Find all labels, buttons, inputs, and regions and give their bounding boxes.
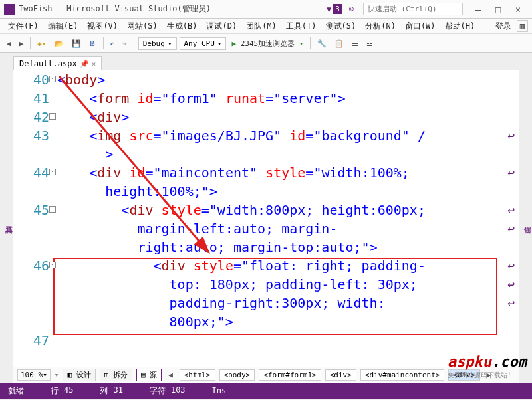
open-icon[interactable]: 📂 (52, 38, 66, 49)
fold-icon[interactable]: - (49, 262, 56, 268)
menu-site[interactable]: 网站(S) (123, 19, 162, 33)
code-text[interactable]: <img src="images/BJ.JPG" id="background"… (57, 126, 519, 145)
undo-icon[interactable]: ↶ (108, 38, 118, 49)
code-text[interactable]: 800px;"> (57, 312, 519, 331)
menu-help[interactable]: 帮助(H) (441, 19, 479, 33)
file-tab[interactable]: Default.aspx 📌 × (13, 56, 102, 70)
feedback-icon[interactable]: ☺ (349, 5, 354, 14)
tool-icon-4[interactable]: ☲ (364, 38, 376, 49)
code-line[interactable]: 45- <div style="width:800px; height:600p… (13, 201, 519, 219)
line-number: 45- (13, 201, 55, 219)
code-text[interactable]: top: 180px; padding-left: 30px; (57, 275, 519, 294)
platform-dropdown[interactable]: Any CPU▾ (180, 37, 227, 50)
status-bar: 就绪 行 45 列 31 字符 103 Ins (0, 383, 532, 399)
wrap-icon: ↩ (507, 256, 515, 275)
new-icon[interactable]: ✚▾ (35, 38, 49, 49)
menu-debug[interactable]: 调试(D) (202, 19, 241, 33)
crumb-html[interactable]: <html> (180, 369, 215, 381)
code-line[interactable]: 42- <div> (13, 108, 519, 126)
notification-badge[interactable]: 3 (332, 4, 342, 14)
nav-back-icon[interactable]: ◀ (4, 38, 14, 49)
code-text[interactable]: padding-right:300px; width: (57, 294, 519, 312)
code-line[interactable]: 46- <div style="float: right; padding-↩ (13, 256, 519, 275)
watermark: aspku.com 免费网站源码下载站! (448, 353, 527, 380)
code-line[interactable]: margin-left:auto; margin-↩ (13, 219, 519, 238)
code-line[interactable]: height:100%;"> (13, 182, 519, 201)
crumb-prev-icon[interactable]: ◀ (166, 371, 176, 379)
zoom-dropdown[interactable]: 100 % ▾ (17, 369, 51, 381)
code-line[interactable]: 800px;"> (13, 312, 519, 331)
menu-tools[interactable]: 工具(T) (282, 19, 321, 33)
menu-file[interactable]: 文件(F) (4, 19, 43, 33)
fold-icon[interactable]: - (49, 76, 56, 82)
window-title: TwoFish - Microsoft Visual Studio(管理员) (19, 3, 327, 15)
fold-icon[interactable]: - (49, 113, 56, 120)
fold-icon[interactable]: - (49, 206, 56, 213)
code-text[interactable]: height:100%;"> (57, 182, 519, 201)
tool-icon-1[interactable]: 🔧 (315, 38, 329, 49)
code-line[interactable]: 41 <form id="form1" runat="server"> (13, 89, 519, 108)
menu-analyze[interactable]: 分析(N) (361, 19, 400, 33)
line-number: 44- (13, 163, 55, 182)
menu-bar: 文件(F) 编辑(E) 视图(V) 网站(S) 生成(B) 调试(D) 团队(M… (0, 19, 532, 33)
code-line[interactable]: > (13, 145, 519, 163)
code-line[interactable]: 44- <div id="maincontent" style="width:1… (13, 163, 519, 182)
code-line[interactable]: 47 (13, 331, 519, 350)
crumb-body[interactable]: <body> (219, 369, 255, 381)
view-source[interactable]: ▤ 源 (136, 369, 162, 381)
code-text[interactable]: <body> (57, 70, 519, 89)
crumb-div1[interactable]: <div> (325, 369, 356, 381)
close-button[interactable]: × (508, 4, 528, 15)
pin-icon[interactable]: 📌 (80, 60, 89, 68)
run-button[interactable]: ▶ 2345加速浏览器 ▾ (229, 37, 306, 50)
saveall-icon[interactable]: 🗎 (86, 38, 99, 49)
code-line[interactable]: 40-<body> (13, 70, 519, 89)
crumb-main[interactable]: <div#maincontent> (360, 369, 445, 381)
code-line[interactable]: 43 <img src="images/BJ.JPG" id="backgrou… (13, 126, 519, 145)
maximize-button[interactable]: □ (488, 4, 508, 15)
rail-properties[interactable]: 属性 (522, 58, 532, 383)
login-link[interactable]: 登录 (491, 19, 515, 33)
crumb-form[interactable]: <form#form1> (259, 369, 321, 381)
wrap-icon: ↩ (507, 294, 515, 312)
code-text[interactable]: > (57, 145, 519, 163)
flag-icon[interactable]: ▼ (327, 5, 331, 14)
status-ch: 103 (171, 385, 186, 397)
status-ins: Ins (212, 386, 227, 395)
tool-icon-2[interactable]: 📋 (332, 38, 346, 49)
minimize-button[interactable]: – (468, 4, 488, 15)
redo-icon[interactable]: ↷ (120, 38, 130, 49)
menu-edit[interactable]: 编辑(E) (44, 19, 82, 33)
tab-close-icon[interactable]: × (92, 60, 96, 68)
tab-bar: Default.aspx 📌 × (13, 53, 519, 70)
code-text[interactable]: margin-left:auto; margin- (57, 219, 519, 238)
line-number: 41 (13, 89, 55, 108)
view-design[interactable]: ◧ 设计 (63, 369, 95, 381)
config-dropdown[interactable]: Debug▾ (138, 37, 177, 50)
code-text[interactable]: <div style="float: right; padding- (57, 256, 519, 275)
code-line[interactable]: right:auto; margin-top:auto;"> (13, 238, 519, 256)
nav-fwd-icon[interactable]: ▶ (17, 38, 27, 49)
code-editor[interactable]: 40-<body>41 <form id="form1" runat="serv… (13, 70, 519, 367)
wrap-icon: ↩ (507, 275, 515, 294)
menu-team[interactable]: 团队(M) (242, 19, 281, 33)
code-text[interactable]: right:auto; margin-top:auto;"> (57, 238, 519, 256)
user-icon[interactable]: ▥ (517, 20, 528, 32)
tool-icon-3[interactable]: ☰ (349, 38, 361, 49)
code-line[interactable]: padding-right:300px; width:↩ (13, 294, 519, 312)
code-text[interactable]: <div style="width:800px; height:600px; (57, 201, 519, 219)
code-text[interactable]: <div id="maincontent" style="width:100%; (57, 163, 519, 182)
save-icon[interactable]: 💾 (69, 38, 84, 49)
quick-launch-input[interactable] (363, 3, 463, 15)
menu-test[interactable]: 测试(S) (322, 19, 360, 33)
menu-build[interactable]: 生成(B) (163, 19, 201, 33)
code-line[interactable]: top: 180px; padding-left: 30px;↩ (13, 275, 519, 294)
fold-icon[interactable]: - (49, 169, 56, 175)
menu-window[interactable]: 窗口(W) (401, 19, 440, 33)
wrap-icon: ↩ (507, 219, 515, 238)
menu-view[interactable]: 视图(V) (83, 19, 122, 33)
toolbox-rail[interactable]: 工具箱 (0, 53, 13, 383)
view-split[interactable]: ⊞ 拆分 (100, 369, 132, 381)
code-text[interactable]: <div> (57, 108, 519, 126)
code-text[interactable]: <form id="form1" runat="server"> (57, 89, 519, 108)
